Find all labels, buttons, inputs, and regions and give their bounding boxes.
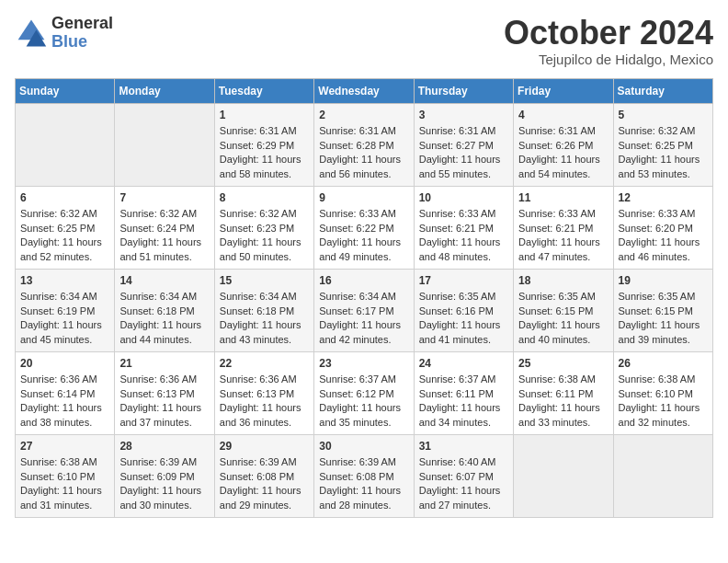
calendar-cell: 3Sunrise: 6:31 AMSunset: 6:27 PMDaylight… xyxy=(414,103,513,186)
calendar-cell xyxy=(16,103,115,186)
sunset-text: Sunset: 6:10 PM xyxy=(619,388,693,399)
daylight-text: Daylight: 11 hours and 44 minutes. xyxy=(119,319,201,344)
sunset-text: Sunset: 6:18 PM xyxy=(220,305,294,316)
calendar-cell: 7Sunrise: 6:32 AMSunset: 6:24 PMDaylight… xyxy=(115,186,214,269)
sunset-text: Sunset: 6:09 PM xyxy=(119,471,194,482)
sunrise-text: Sunrise: 6:37 AM xyxy=(419,373,496,385)
daylight-text: Daylight: 11 hours and 42 minutes. xyxy=(319,319,401,344)
sunset-text: Sunset: 6:24 PM xyxy=(119,223,194,234)
day-number: 12 xyxy=(619,190,708,206)
sunrise-text: Sunrise: 6:34 AM xyxy=(319,291,396,302)
calendar-cell: 17Sunrise: 6:35 AMSunset: 6:16 PMDayligh… xyxy=(414,269,513,351)
daylight-text: Daylight: 11 hours and 36 minutes. xyxy=(220,402,301,427)
calendar-cell: 29Sunrise: 6:39 AMSunset: 6:08 PMDayligh… xyxy=(214,434,313,517)
calendar-cell xyxy=(613,434,712,517)
day-number: 1 xyxy=(220,108,309,123)
calendar-cell xyxy=(115,103,214,186)
day-number: 10 xyxy=(419,190,508,206)
daylight-text: Daylight: 11 hours and 58 minutes. xyxy=(220,154,301,178)
daylight-text: Daylight: 11 hours and 31 minutes. xyxy=(20,485,102,510)
daylight-text: Daylight: 11 hours and 38 minutes. xyxy=(20,402,102,427)
day-number: 23 xyxy=(319,356,408,372)
daylight-text: Daylight: 11 hours and 50 minutes. xyxy=(220,236,301,261)
day-number: 27 xyxy=(20,439,109,454)
calendar-cell: 26Sunrise: 6:38 AMSunset: 6:10 PMDayligh… xyxy=(613,351,712,434)
sunrise-text: Sunrise: 6:33 AM xyxy=(319,208,396,219)
sunrise-text: Sunrise: 6:39 AM xyxy=(220,456,297,467)
day-number: 18 xyxy=(518,273,608,289)
day-number: 25 xyxy=(518,356,608,372)
sunrise-text: Sunrise: 6:31 AM xyxy=(220,125,297,136)
day-number: 30 xyxy=(319,439,408,454)
sunrise-text: Sunrise: 6:38 AM xyxy=(20,456,97,467)
calendar-cell: 14Sunrise: 6:34 AMSunset: 6:18 PMDayligh… xyxy=(115,269,214,351)
calendar-cell: 9Sunrise: 6:33 AMSunset: 6:22 PMDaylight… xyxy=(314,186,414,269)
day-number: 19 xyxy=(619,273,708,289)
daylight-text: Daylight: 11 hours and 49 minutes. xyxy=(319,236,401,261)
day-number: 11 xyxy=(518,190,608,206)
daylight-text: Daylight: 11 hours and 40 minutes. xyxy=(518,319,600,344)
sunrise-text: Sunrise: 6:32 AM xyxy=(220,208,297,219)
daylight-text: Daylight: 11 hours and 55 minutes. xyxy=(419,154,501,178)
sunset-text: Sunset: 6:12 PM xyxy=(319,388,393,399)
day-number: 21 xyxy=(119,356,209,372)
sunset-text: Sunset: 6:11 PM xyxy=(518,388,593,399)
sunrise-text: Sunrise: 6:36 AM xyxy=(220,373,297,385)
daylight-text: Daylight: 11 hours and 52 minutes. xyxy=(20,236,102,261)
sunrise-text: Sunrise: 6:38 AM xyxy=(518,373,596,385)
day-number: 31 xyxy=(419,439,508,454)
sunrise-text: Sunrise: 6:35 AM xyxy=(419,291,496,302)
day-number: 5 xyxy=(619,108,708,123)
sunset-text: Sunset: 6:18 PM xyxy=(119,305,194,316)
daylight-text: Daylight: 11 hours and 47 minutes. xyxy=(518,236,600,261)
day-number: 8 xyxy=(220,190,309,206)
daylight-text: Daylight: 11 hours and 30 minutes. xyxy=(119,485,201,510)
sunrise-text: Sunrise: 6:32 AM xyxy=(20,208,97,219)
sunrise-text: Sunrise: 6:33 AM xyxy=(619,208,696,219)
sunset-text: Sunset: 6:15 PM xyxy=(619,305,693,316)
sunrise-text: Sunrise: 6:34 AM xyxy=(20,291,97,302)
sunset-text: Sunset: 6:16 PM xyxy=(419,305,494,316)
calendar-cell: 19Sunrise: 6:35 AMSunset: 6:15 PMDayligh… xyxy=(613,269,712,351)
sunset-text: Sunset: 6:13 PM xyxy=(119,388,194,399)
sunrise-text: Sunrise: 6:35 AM xyxy=(619,291,696,302)
sunrise-text: Sunrise: 6:32 AM xyxy=(619,125,696,136)
sunset-text: Sunset: 6:22 PM xyxy=(319,223,393,234)
weekday-header-sunday: Sunday xyxy=(16,78,115,103)
calendar-cell: 2Sunrise: 6:31 AMSunset: 6:28 PMDaylight… xyxy=(314,103,414,186)
calendar-cell: 6Sunrise: 6:32 AMSunset: 6:25 PMDaylight… xyxy=(16,186,115,269)
sunrise-text: Sunrise: 6:31 AM xyxy=(319,125,396,136)
daylight-text: Daylight: 11 hours and 56 minutes. xyxy=(319,154,401,178)
sunset-text: Sunset: 6:10 PM xyxy=(20,471,95,482)
weekday-header-thursday: Thursday xyxy=(414,78,513,103)
sunset-text: Sunset: 6:15 PM xyxy=(518,305,593,316)
day-number: 26 xyxy=(619,356,708,372)
logo-general-text: General xyxy=(51,15,113,33)
calendar-week-row: 13Sunrise: 6:34 AMSunset: 6:19 PMDayligh… xyxy=(16,269,713,351)
calendar-cell xyxy=(514,434,613,517)
weekday-header-tuesday: Tuesday xyxy=(214,78,313,103)
daylight-text: Daylight: 11 hours and 32 minutes. xyxy=(619,402,700,427)
calendar-cell: 25Sunrise: 6:38 AMSunset: 6:11 PMDayligh… xyxy=(514,351,613,434)
sunrise-text: Sunrise: 6:38 AM xyxy=(619,373,696,385)
daylight-text: Daylight: 11 hours and 43 minutes. xyxy=(220,319,301,344)
calendar-cell: 28Sunrise: 6:39 AMSunset: 6:09 PMDayligh… xyxy=(115,434,214,517)
daylight-text: Daylight: 11 hours and 54 minutes. xyxy=(518,154,600,178)
day-number: 14 xyxy=(119,273,209,289)
sunset-text: Sunset: 6:28 PM xyxy=(319,140,393,151)
weekday-header-row: SundayMondayTuesdayWednesdayThursdayFrid… xyxy=(16,78,713,103)
sunrise-text: Sunrise: 6:37 AM xyxy=(319,373,396,385)
sunrise-text: Sunrise: 6:39 AM xyxy=(319,456,396,467)
sunrise-text: Sunrise: 6:32 AM xyxy=(119,208,197,219)
day-number: 3 xyxy=(419,108,508,123)
calendar-cell: 5Sunrise: 6:32 AMSunset: 6:25 PMDaylight… xyxy=(613,103,712,186)
day-number: 24 xyxy=(419,356,508,372)
calendar-cell: 8Sunrise: 6:32 AMSunset: 6:23 PMDaylight… xyxy=(214,186,313,269)
calendar-cell: 22Sunrise: 6:36 AMSunset: 6:13 PMDayligh… xyxy=(214,351,313,434)
calendar-header: SundayMondayTuesdayWednesdayThursdayFrid… xyxy=(16,78,713,103)
sunset-text: Sunset: 6:14 PM xyxy=(20,388,95,399)
daylight-text: Daylight: 11 hours and 41 minutes. xyxy=(419,319,501,344)
daylight-text: Daylight: 11 hours and 28 minutes. xyxy=(319,485,401,510)
day-number: 20 xyxy=(20,356,109,372)
daylight-text: Daylight: 11 hours and 53 minutes. xyxy=(619,154,700,178)
